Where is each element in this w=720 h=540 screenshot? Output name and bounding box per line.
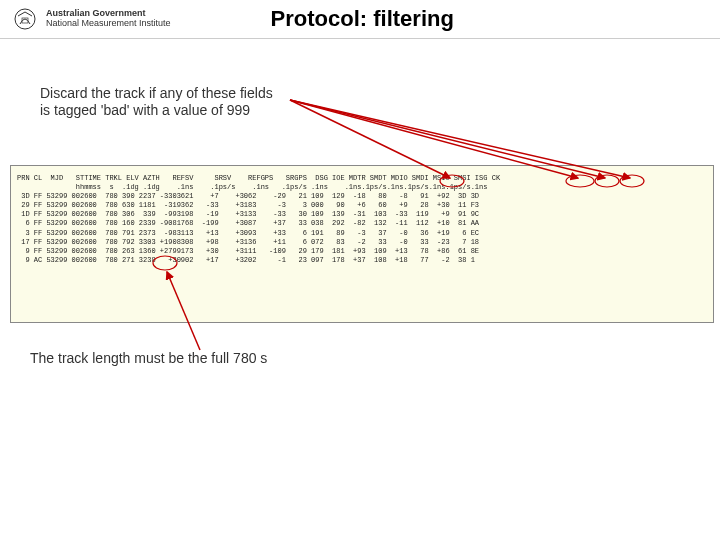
table-row: 3 FF 53299 002600 780 791 2373 -983113 +… — [17, 229, 479, 237]
government-crest-icon — [10, 4, 40, 34]
instruction-tracklength: The track length must be the full 780 s — [30, 350, 267, 366]
data-table: PRN CL MJD STTIME TRKL ELV AZTH REFSV SR… — [10, 165, 714, 323]
table-header1: PRN CL MJD STTIME TRKL ELV AZTH REFSV SR… — [17, 174, 500, 182]
gov-line2: National Measurement Institute — [46, 19, 171, 29]
instruction-line2: is tagged 'bad' with a value of 999 — [40, 102, 250, 118]
instruction-line1: Discard the track if any of these fields — [40, 85, 273, 101]
table-row: 6 FF 53299 002600 780 160 2339 -9081768 … — [17, 219, 479, 227]
table-header2: hhmmss s .1dg .1dg .1ns .1ps/s .1ns .1ps… — [17, 183, 487, 191]
header-bar: Australian Government National Measureme… — [0, 0, 720, 39]
table-row: 17 FF 53299 002600 780 792 3303 +1908308… — [17, 238, 479, 246]
table-row: 9 FF 53299 002600 780 263 1360 +2799173 … — [17, 247, 479, 255]
page-title: Protocol: filtering — [271, 6, 454, 32]
government-text: Australian Government National Measureme… — [46, 9, 171, 29]
instruction-discard: Discard the track if any of these fields… — [40, 85, 273, 119]
table-row: 3D FF 53299 002600 780 390 2237 -3303621… — [17, 192, 479, 200]
table-row: 29 FF 53299 002600 780 630 1181 -319362 … — [17, 201, 479, 209]
table-row: 9 AC 53299 002600 780 271 3238 +30902 +1… — [17, 256, 475, 264]
table-row: 1D FF 53299 002600 780 306 339 -993198 -… — [17, 210, 479, 218]
